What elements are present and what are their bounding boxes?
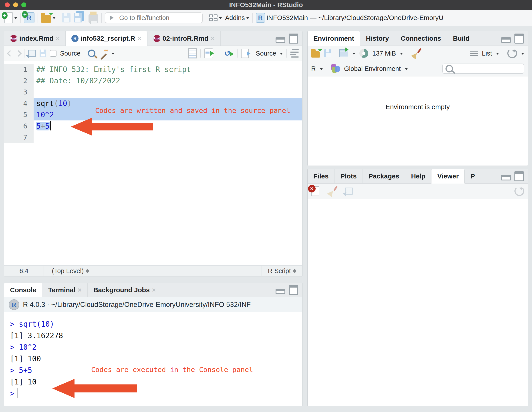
memory-usage-label[interactable]: 137 MiB <box>372 50 396 57</box>
line-number: 5 <box>4 109 34 120</box>
tab-plots[interactable]: Plots <box>334 169 362 183</box>
open-in-new-window-icon[interactable] <box>345 188 353 195</box>
minimize-pane-icon[interactable] <box>501 37 511 43</box>
environment-selector[interactable]: Global Environment <box>344 65 401 73</box>
window-title: INFO532Main - RStudio <box>0 1 532 9</box>
maximize-pane-icon[interactable] <box>514 34 524 44</box>
environment-scope-row: R Global Environment <box>308 61 528 76</box>
open-folder-icon <box>41 15 51 23</box>
save-all-button[interactable] <box>74 13 82 22</box>
maximize-pane-icon[interactable] <box>289 285 298 295</box>
forward-icon[interactable] <box>15 50 22 57</box>
project-menu[interactable]: R INFO532Main — ~/Library/CloudStorage/O… <box>256 13 532 23</box>
tab-background-jobs[interactable]: Background Jobs × <box>88 283 162 297</box>
rerun-icon[interactable]: ↺ <box>224 49 231 58</box>
save-button[interactable] <box>62 13 70 22</box>
tab-console[interactable]: Console <box>4 283 42 297</box>
minimize-pane-icon[interactable] <box>276 289 285 294</box>
minimize-pane-icon[interactable] <box>501 175 511 180</box>
memory-usage-icon[interactable] <box>359 49 368 58</box>
minimize-pane-icon[interactable] <box>276 37 285 43</box>
code-token: 2 <box>50 110 54 119</box>
console-output[interactable]: > sqrt(10) [1] 3.162278 > 10^2 [1] 100 >… <box>4 312 302 406</box>
chevron-down-icon <box>521 53 524 56</box>
tab-help[interactable]: Help <box>405 169 431 183</box>
refresh-icon[interactable] <box>507 48 517 58</box>
run-icon[interactable] <box>204 48 213 58</box>
tab-info532-rscript[interactable]: R info532_rscript.R × <box>66 31 147 46</box>
list-view-label[interactable]: List <box>482 50 492 57</box>
new-project-button[interactable]: R+ <box>24 12 35 23</box>
viewer-content <box>308 199 528 406</box>
line-number: 1 <box>4 64 34 75</box>
pane-layout-icon <box>209 14 218 21</box>
clear-viewer-icon[interactable] <box>311 186 319 196</box>
maximize-pane-icon[interactable] <box>289 34 298 44</box>
tab-environment[interactable]: Environment <box>308 31 360 46</box>
close-icon[interactable]: × <box>137 35 142 42</box>
tab-label: 02-introR.Rmd <box>162 35 209 42</box>
find-replace-icon[interactable] <box>88 50 95 57</box>
text-cursor <box>50 121 51 130</box>
tab-history[interactable]: History <box>360 31 395 46</box>
file-type-label: R Script <box>268 267 291 275</box>
clear-objects-icon[interactable] <box>411 48 421 58</box>
addins-menu[interactable]: Addins <box>225 14 249 22</box>
tab-index-rmd[interactable]: Rmd index.Rmd × <box>4 31 66 46</box>
source-annotation-text: Codes are written and saved in the sourc… <box>95 106 290 114</box>
open-file-button[interactable] <box>41 13 56 23</box>
chevron-down-icon <box>111 53 114 56</box>
save-workspace-icon[interactable] <box>324 49 331 57</box>
import-dataset-icon[interactable] <box>339 49 348 57</box>
back-icon[interactable] <box>7 50 14 57</box>
tab-02-intror-rmd[interactable]: Rmd 02-introR.Rmd × <box>147 31 221 46</box>
environment-search-input[interactable] <box>455 65 528 73</box>
tab-build[interactable]: Build <box>447 31 475 46</box>
close-icon[interactable]: × <box>78 286 82 294</box>
line-number: 2 <box>4 75 34 86</box>
file-type-selector[interactable]: R Script <box>262 266 302 276</box>
source-button-label[interactable]: Source <box>256 50 276 57</box>
red-arrow-left-icon <box>52 379 137 398</box>
clear-all-viewer-icon[interactable] <box>327 186 337 196</box>
scope-selector[interactable]: (Top Level) <box>44 266 262 276</box>
project-label: INFO532Main — ~/Library/CloudStorage/One… <box>266 14 532 22</box>
close-icon[interactable]: × <box>152 286 156 294</box>
code-editor[interactable]: 1 ## INFO 532: Emily's first R script 2 … <box>4 61 302 265</box>
line-number: 3 <box>4 86 34 98</box>
load-workspace-icon[interactable] <box>311 51 320 58</box>
list-view-icon[interactable] <box>470 51 478 56</box>
close-icon[interactable]: × <box>211 35 215 42</box>
tab-viewer[interactable]: Viewer <box>431 169 465 183</box>
code-token: ^ <box>45 110 50 119</box>
goto-file-function-input[interactable] <box>119 14 193 22</box>
close-icon[interactable]: × <box>56 35 60 42</box>
tab-label: Viewer <box>437 173 459 180</box>
console-header: R R 4.0.3 · ~/Library/CloudStorage/OneDr… <box>4 297 302 312</box>
chevron-down-icon <box>405 68 408 72</box>
tab-terminal[interactable]: Terminal × <box>42 283 87 297</box>
pane-layout-button[interactable] <box>209 14 222 21</box>
source-file-icon[interactable] <box>241 49 249 58</box>
language-selector[interactable]: R <box>311 65 316 73</box>
print-button[interactable] <box>88 12 98 23</box>
tab-files[interactable]: Files <box>308 169 334 183</box>
save-source-icon[interactable] <box>40 50 46 57</box>
console-prompt: > <box>10 343 14 352</box>
document-outline-icon[interactable] <box>290 49 299 58</box>
rmd-file-icon: Rmd <box>10 35 17 42</box>
source-on-save-checkbox[interactable] <box>50 50 57 57</box>
line-number: 4 <box>4 98 34 109</box>
tab-packages[interactable]: Packages <box>363 169 405 183</box>
new-file-button[interactable]: + <box>4 12 17 23</box>
refresh-viewer-icon[interactable] <box>514 186 524 196</box>
compile-report-icon[interactable] <box>188 48 197 58</box>
tab-connections[interactable]: Connections <box>395 31 447 46</box>
open-in-new-window-icon[interactable] <box>28 50 36 57</box>
goto-file-function-box[interactable] <box>105 12 203 23</box>
tab-presentation-clipped[interactable]: P <box>465 169 476 183</box>
maximize-pane-icon[interactable] <box>514 171 524 181</box>
code-tools-icon[interactable] <box>99 49 108 58</box>
viewer-toolbar <box>308 183 528 199</box>
environment-search-box[interactable] <box>442 64 524 74</box>
